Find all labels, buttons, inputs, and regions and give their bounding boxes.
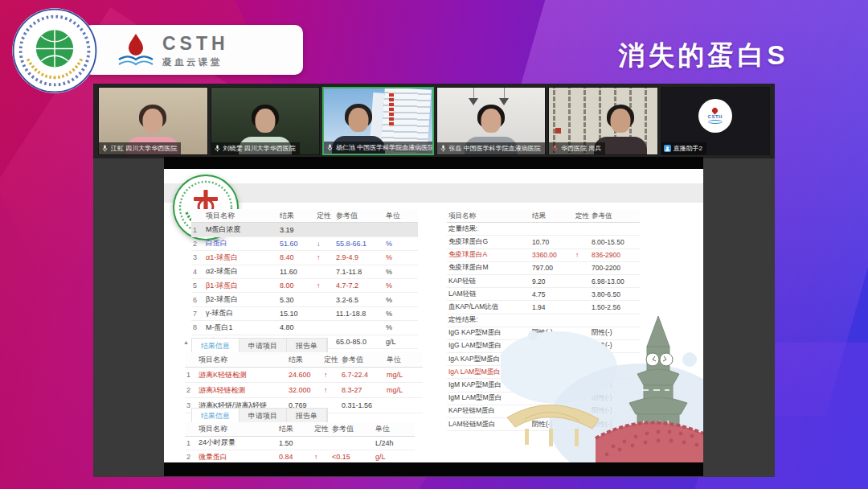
table-header: 项目名称结果定性参考值单位 [185,422,415,437]
urine-protein-table: 项目名称结果定性参考值单位124小时尿量1.50L/24h2微量蛋白0.84↑<… [185,422,415,462]
participant-label: 刘晓雯 四川大学华西医院 [211,142,300,154]
participant-label: 江虹 四川大学华西医院 [99,142,181,154]
book-icon [708,120,723,124]
table-row: 7γ-球蛋白15.1011.1-18.8% [191,307,418,321]
mic-icon [551,145,559,152]
table-row: 6β2-球蛋白5.303.2-6.5% [191,293,418,306]
table-row: 免疫球蛋白M797.00700-2200 [447,262,640,275]
table-row: 124小时尿量1.50L/24h [185,437,415,451]
collapse-arrow-icon: ▲ [183,339,189,345]
video-tile-3[interactable]: 杨仁池 中国医学科学院血液病医院 [322,87,434,155]
blood-drop-icon [711,106,719,114]
participant-name: 江虹 四川大学华西医院 [111,144,177,153]
slide-header-band [164,183,703,203]
letterbox-bottom [164,462,703,476]
meeting-window: 江虹 四川大学华西医院 刘晓雯 四川大学华西医院 [93,84,775,477]
video-tile-2[interactable]: 刘晓雯 四川大学华西医院 [211,87,321,155]
csth-drop-book-icon [117,31,154,71]
pendant-lamp [473,88,474,99]
participant-label: 杨仁池 中国医学科学院血液病医院 [324,142,434,154]
seal-stamp [555,128,561,134]
video-tile-6[interactable]: CSTH 直播助手2 [661,87,771,155]
shared-slide: 1892 项目名称结果定性参考值单位1M蛋白浓度3.192白蛋白51.60↓55… [164,169,703,462]
page-title: 消失的蛋白S [563,38,844,74]
letterbox-top [164,157,703,169]
participant-label: 华西医院 周兵 [549,142,605,154]
table-row: 4α2-球蛋白11.607.1-11.8% [191,265,418,279]
participant-name: 杨仁池 中国医学科学院血液病医院 [336,143,434,152]
mic-icon [326,144,334,151]
participant-name: 直播助手2 [674,144,702,153]
video-tile-1[interactable]: 江虹 四川大学华西医院 [98,87,208,155]
video-tile-5[interactable]: 华西医院 周兵 [548,87,658,155]
mic-icon [101,145,108,152]
csth-avatar-text: CSTH [708,114,723,119]
video-tile-4[interactable]: 张磊 中国医学科学院血液病医院 [436,87,547,155]
table-row: 2微量蛋白0.84↑<0.15g/L [185,450,415,462]
csth-name: CSTH [162,35,229,53]
participant-name: 张磊 中国医学科学院血液病医院 [449,144,541,153]
table-row: 2游离λ轻链检测32.000↑8.3-27mg/L [185,383,423,398]
table-row: 1游离K轻链检测24.600↑6.7-22.4mg/L [185,368,423,383]
table-row: 3α1-球蛋白8.40↑2.9-4.9% [191,251,418,265]
protein-electrophoresis-table: 项目名称结果定性参考值单位1M蛋白浓度3.192白蛋白51.60↓55.8-66… [191,209,418,349]
table-row: 8M-蛋白14.80% [191,321,418,335]
society-logo [11,7,98,94]
mic-icon [440,145,447,152]
table-row: 1M蛋白浓度3.19 [191,223,418,236]
table-row: LAM轻链4.753.80-6.50 [447,288,640,301]
table-row: 2白蛋白51.60↓55.8-66.1% [191,237,418,251]
clock-tower-illustration [501,311,703,462]
table-row: KAP轻链9.206.98-13.00 [447,275,640,288]
table-header: 项目名称结果定性参考值单位 [191,209,418,223]
table-row: 5β1-球蛋白8.00↑4.7-7.2% [191,279,418,293]
participant-label: 张磊 中国医学科学院血液病医院 [437,142,545,154]
pendant-lamp [504,88,505,99]
participant-name: 华西医院 周兵 [561,144,601,153]
csth-subtitle: 凝血云课堂 [162,58,229,68]
table-row: 定量结果: [447,223,640,236]
participant-label: 直播助手2 [661,142,706,154]
participant-name: 刘晓雯 四川大学华西医院 [223,144,296,153]
csth-avatar: CSTH [698,99,732,133]
person-icon [664,145,671,152]
csth-logo: CSTH 凝血云课堂 [117,29,294,72]
mic-icon [214,145,221,152]
table-row: 免疫球蛋白A3360.00↑836-2900 [447,249,640,262]
free-light-chain-table: 项目名称结果定性参考值单位1游离K轻链检测24.600↑6.7-22.4mg/L… [185,352,423,413]
table-header: 项目名称结果定性参考值 [447,210,640,223]
webinar-screen: CSTH 凝血云课堂 消失的蛋白S 江虹 四川大学华西医院 [0,0,868,489]
video-strip: 江虹 四川大学华西医院 刘晓雯 四川大学华西医院 [93,84,775,158]
table-row: 免疫球蛋白G10.708.00-15.50 [447,236,640,249]
table-header: 项目名称结果定性参考值单位 [185,352,423,368]
